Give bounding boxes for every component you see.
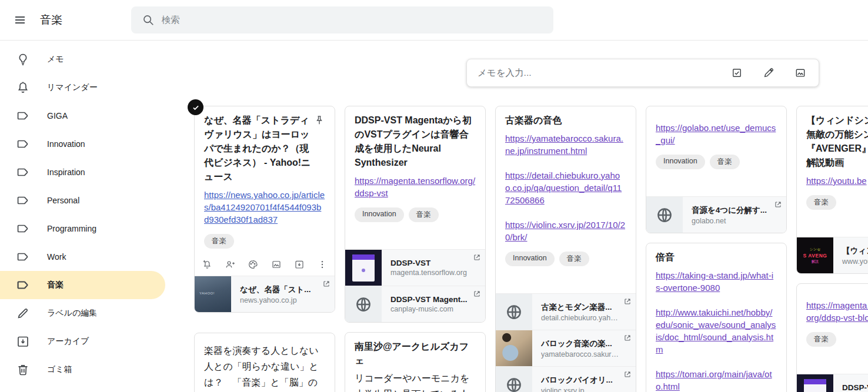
note-card-ddsp-vst[interactable]: DDSP-VST Magentaから初のVSTプラグインは音響合成を使用したNe… [345, 106, 486, 323]
note-card-demucs[interactable]: https://golabo.net/use_demucs_gui/ Innov… [646, 106, 787, 233]
note-link[interactable]: https://yamatebarocco.sakura.ne.jp/instr… [505, 132, 626, 157]
link-preview[interactable]: バロックバイオリ... violinc.xsrv.jp [496, 366, 636, 392]
sidebar-item-innovation[interactable]: Innovation [0, 130, 165, 158]
label-chip[interactable]: 音楽 [806, 332, 836, 347]
open-in-new-icon[interactable] [774, 200, 782, 209]
note-link[interactable]: https://youtu.be [806, 175, 867, 187]
sidebar-item-trash[interactable]: ゴミ箱 [0, 356, 165, 384]
link-preview[interactable]: DDSP-VST Magent... canplay-music.com [345, 286, 485, 322]
note-link[interactable]: https://detail.chiebukuro.yahoo.co.jp/qa… [505, 169, 626, 206]
sidebar-item-label: 音楽 [47, 280, 64, 290]
more-icon[interactable] [317, 259, 328, 270]
link-preview[interactable]: 古楽とモダン楽器... detail.chiebukuro.yaho... [496, 293, 636, 330]
sidebar-item-personal[interactable]: Personal [0, 186, 165, 215]
label-chip[interactable]: 音楽 [409, 207, 439, 222]
label-chip[interactable]: 音楽 [806, 195, 836, 210]
note-link[interactable]: https://magenta.tensorflow. org/ddsp-vst… [806, 299, 868, 324]
note-card-nanrisa[interactable]: 南里沙@アークヒルズカフェ リコーダーやハーモニカを小学生用と見下している人は、… [345, 332, 486, 392]
sidebar-item-music-active[interactable]: 音楽 [0, 271, 165, 299]
sidebar-item-reminders[interactable]: リマインダー [0, 73, 165, 102]
open-in-new-icon[interactable] [623, 297, 632, 306]
note-link[interactable]: http://www.takuichi.net/hobby/edu/sonic_… [656, 306, 777, 356]
note-link[interactable]: https://golabo.net/use_demucs_gui/ [656, 122, 777, 146]
top-bar: 音楽 [0, 0, 868, 41]
sidebar-item-label: Work [47, 252, 66, 262]
preview-title: DDSP-VST Magent... [390, 295, 470, 304]
sidebar-item-work[interactable]: Work [0, 243, 165, 271]
note-card-baion[interactable]: 倍音 https://taking-a-stand.jp/what-is-ove… [646, 243, 787, 392]
note-link[interactable]: https://magenta.tensorflow.org/ddsp-vst [355, 175, 476, 199]
sidebar: メモ リマインダー GIGA Innovation Inspiration Pe… [0, 41, 165, 384]
notes-column-5: 【ウィンドシンセ】 無敵の万能シンセ 『AVENGER』の 解説動画 https… [796, 106, 868, 392]
archive-icon[interactable] [294, 259, 305, 270]
new-image-button[interactable] [787, 59, 814, 86]
collaborator-icon[interactable] [225, 259, 235, 270]
sidebar-item-giga[interactable]: GIGA [0, 102, 165, 130]
sidebar-item-notes[interactable]: メモ [0, 45, 165, 73]
note-card-ddsp-blog[interactable]: https://magenta.tensorflow. org/ddsp-vst… [796, 283, 868, 392]
link-preview[interactable]: YAHOO! なぜ、名器「スト... news.yahoo.co.jp [195, 276, 335, 312]
sidebar-item-programming[interactable]: Programming [0, 215, 165, 243]
compose-placeholder[interactable]: メモを入力... [467, 67, 723, 79]
note-title: なぜ、名器「ストラディヴァリウス」はヨーロッパで生まれたのか？（現代ビジネス） … [204, 113, 311, 184]
open-in-new-icon[interactable] [473, 290, 481, 298]
sidebar-item-label: ラベルの編集 [47, 308, 97, 319]
add-image-icon[interactable] [271, 259, 282, 270]
open-in-new-icon[interactable] [623, 334, 632, 342]
note-card-kogakki[interactable]: 古楽器の音色 https://yamatebarocco.sakura.ne.j… [495, 106, 636, 392]
link-preview[interactable]: シンセ S AVENG 解説 【ウィンドシンセ】 www.youtube.com [797, 237, 868, 273]
search-input[interactable] [162, 15, 515, 25]
open-in-new-icon[interactable] [322, 280, 330, 288]
preview-domain: www.youtube.com [842, 257, 868, 266]
preview-domain: news.yahoo.co.jp [240, 296, 319, 304]
preview-domain: detail.chiebukuro.yaho... [541, 314, 620, 322]
preview-thumbnail: YAHOO! [195, 276, 231, 313]
link-preview[interactable]: 音源を4つに分解す... golabo.net [646, 196, 786, 233]
note-card-gakki-brain[interactable]: 楽器を演奏する人としない人との「明らかな違い」とは？ 「音楽」と「脳」のすごい関… [194, 333, 335, 392]
lightbulb-icon [16, 52, 30, 66]
label-chip[interactable]: Innovation [656, 155, 705, 169]
notes-column-4: https://golabo.net/use_demucs_gui/ Innov… [646, 106, 787, 392]
label-chip[interactable]: 音楽 [559, 252, 589, 266]
compose-note-bar[interactable]: メモを入力... [466, 59, 819, 87]
note-link[interactable]: https://tomari.org/main/java/oto.html [656, 368, 777, 392]
note-link[interactable]: https://news.yahoo.co.jp/articles/ba4124… [204, 189, 325, 226]
checkbox-icon [731, 67, 743, 79]
hamburger-menu-button[interactable] [6, 6, 34, 34]
label-icon [16, 222, 30, 236]
open-in-new-icon[interactable] [473, 253, 481, 262]
open-in-new-icon[interactable] [623, 370, 632, 378]
label-chip[interactable]: Innovation [505, 252, 555, 266]
note-selected-check-badge[interactable] [188, 99, 203, 115]
preview-title: バロック音楽の楽... [541, 339, 620, 349]
trash-icon [16, 363, 30, 377]
preview-domain: canplay-music.com [390, 305, 470, 313]
hamburger-icon [13, 13, 27, 27]
reminder-icon[interactable] [202, 259, 212, 270]
palette-icon[interactable] [248, 259, 258, 270]
link-preview[interactable]: バロック音楽の楽... yamatebarocco.sakura... [496, 330, 636, 366]
note-link[interactable]: https://violinc.xsrv.jp/2017/10/20/brk/ [505, 219, 626, 243]
note-card-avenger[interactable]: 【ウィンドシンセ】 無敵の万能シンセ 『AVENGER』の 解説動画 https… [796, 106, 868, 274]
link-preview[interactable]: DDSP-VST magenta.tensorflow.org [345, 249, 485, 286]
pin-icon[interactable] [313, 115, 325, 126]
sidebar-item-label: GIGA [47, 111, 68, 120]
sidebar-item-archive[interactable]: アーカイブ [0, 327, 165, 356]
label-chip[interactable]: 音楽 [204, 234, 234, 249]
sidebar-item-edit-labels[interactable]: ラベルの編集 [0, 299, 165, 327]
label-icon [16, 250, 30, 264]
search-bar[interactable] [131, 6, 553, 33]
sidebar-item-inspiration[interactable]: Inspiration [0, 158, 165, 186]
globe-icon [345, 286, 382, 323]
new-drawing-button[interactable] [755, 59, 782, 86]
note-card-stradivarius[interactable]: なぜ、名器「ストラディヴァリウス」はヨーロッパで生まれたのか？（現代ビジネス） … [194, 106, 335, 313]
note-link[interactable]: https://taking-a-stand.jp/what-is-overto… [656, 269, 777, 294]
note-title: 南里沙@アークヒルズカフェ [355, 340, 476, 368]
link-preview[interactable]: DDSP-VST magenta.tensorflow.org [797, 374, 868, 392]
label-chip[interactable]: 音楽 [710, 155, 740, 169]
label-icon [16, 137, 30, 151]
new-checklist-button[interactable] [723, 59, 750, 86]
label-chip[interactable]: Innovation [355, 207, 404, 222]
brush-icon [763, 67, 774, 79]
sidebar-item-label: Personal [47, 196, 79, 205]
